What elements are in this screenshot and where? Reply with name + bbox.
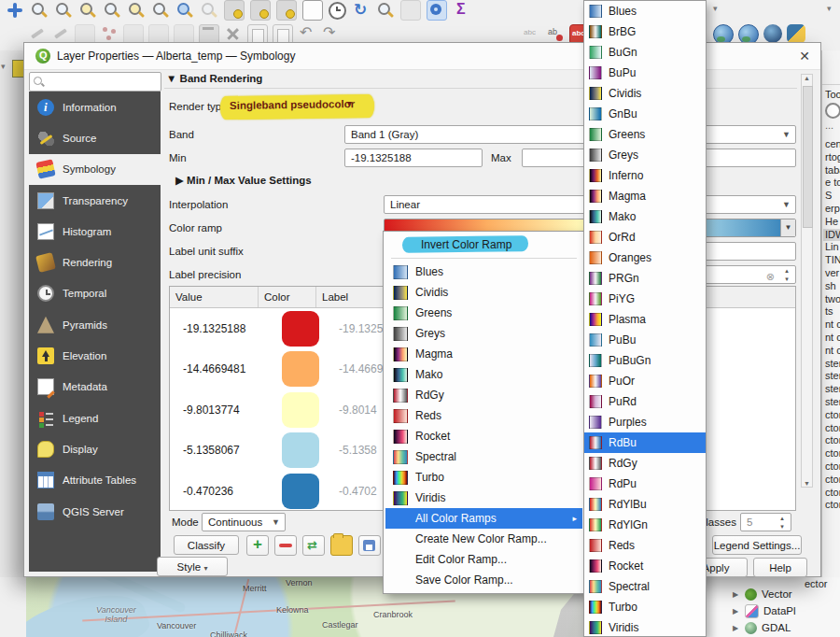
sidebar-item-temporal[interactable]: Temporal xyxy=(29,278,161,309)
toolbox-item-fragment[interactable]: ctor xyxy=(823,499,840,512)
panel-caret[interactable]: ▾ xyxy=(827,4,832,13)
ramp-option[interactable]: Inferno xyxy=(584,165,706,186)
add-class-button[interactable] xyxy=(246,535,269,556)
ramp-option[interactable]: PuOr xyxy=(584,371,706,391)
ramp-option[interactable]: RdYlBu xyxy=(584,494,706,515)
dialog-scrollbar[interactable]: ▲ ▼ xyxy=(801,74,813,488)
menu-item[interactable]: Reds ▸ xyxy=(385,405,582,426)
ramp-option[interactable]: Turbo xyxy=(584,597,706,617)
toolbox-item-fragment[interactable]: IDW xyxy=(823,229,840,242)
classify-button[interactable]: Classify xyxy=(174,535,239,555)
column-header-color[interactable]: Color xyxy=(259,287,316,307)
toolbox-item-fragment[interactable]: nt c xyxy=(823,345,840,358)
metasearch-globe-icon[interactable] xyxy=(763,24,782,43)
zoom-in-icon[interactable] xyxy=(30,1,49,20)
scroll-down-icon[interactable]: ▼ xyxy=(802,480,812,487)
sidebar-item-symbology[interactable]: Symbology xyxy=(29,154,161,185)
min-input[interactable]: -19.1325188 xyxy=(344,149,483,167)
toolbar-overflow-caret[interactable]: ▾ xyxy=(713,4,718,13)
expand-arrow-icon[interactable]: ▶ xyxy=(733,590,740,599)
layer-labeling-icon[interactable] xyxy=(523,24,541,43)
menu-item[interactable]: Viridis ▸ xyxy=(385,488,582,508)
class-color-swatch[interactable] xyxy=(282,392,319,428)
menu-item[interactable]: Invert Color Ramp ▸ xyxy=(385,234,582,255)
toolbox-item-fragment[interactable]: Lin xyxy=(823,241,840,254)
toolbox-item-fragment[interactable]: ster xyxy=(823,396,840,409)
column-header-value[interactable]: Value xyxy=(170,287,259,307)
search-input[interactable] xyxy=(29,72,161,92)
ramp-option[interactable]: PuRd xyxy=(584,391,706,412)
zoom-last-icon[interactable] xyxy=(175,1,194,20)
toolbox-item-fragment[interactable]: taba xyxy=(823,164,840,177)
toolbox-item-fragment[interactable]: ctor xyxy=(823,422,840,435)
color-ramp-dropdown-button[interactable]: ▼ xyxy=(780,219,795,236)
menu-item[interactable]: Turbo ▸ xyxy=(385,467,582,488)
toolbox-item-fragment[interactable]: sh xyxy=(823,280,840,293)
zoom-out-icon[interactable] xyxy=(54,1,73,20)
menu-item[interactable]: Greys ▸ xyxy=(385,323,582,344)
toolbox-item-fragment[interactable]: ver f xyxy=(823,267,840,280)
toolbox-item-fragment[interactable]: ster xyxy=(823,358,840,371)
toolbox-item-fragment[interactable]: e too xyxy=(823,177,840,190)
menu-item[interactable]: Edit Color Ramp... ▸ xyxy=(385,549,582,570)
menu-item[interactable]: Rocket ▸ xyxy=(385,426,582,446)
ramp-option[interactable]: RdYlGn xyxy=(584,515,706,535)
expand-arrow-icon[interactable]: ▶ xyxy=(733,607,740,616)
sidebar-item-information[interactable]: Information xyxy=(29,92,161,122)
ramp-option[interactable]: RdBu xyxy=(584,432,706,453)
toolbox-item-fragment[interactable]: erpo xyxy=(823,203,840,216)
menu-item[interactable]: Greens ▸ xyxy=(385,303,582,323)
legend-settings-button[interactable]: Legend Settings... xyxy=(712,535,802,555)
sidebar-item-qgis-server[interactable]: QGIS Server xyxy=(29,496,161,527)
ramp-option[interactable]: Mako xyxy=(584,206,706,227)
map-theme-icon[interactable] xyxy=(276,0,297,21)
processing-toolbox-icon[interactable] xyxy=(427,0,447,21)
remove-class-button[interactable] xyxy=(274,535,297,556)
ramp-option[interactable]: Magma xyxy=(584,186,706,206)
ramp-option[interactable]: Greys xyxy=(584,145,706,165)
spinbox-stepper[interactable]: ▴▾ xyxy=(776,514,789,531)
toolbox-item-fragment[interactable]: ctor xyxy=(823,409,840,422)
ramp-option[interactable]: Reds xyxy=(584,535,706,556)
help-button[interactable]: Help xyxy=(753,558,807,577)
menu-item[interactable]: Create New Color Ramp... ▸ xyxy=(385,529,582,549)
cut-features-icon[interactable] xyxy=(224,24,243,43)
statistical-summary-icon[interactable] xyxy=(453,1,471,20)
zoom-next-icon[interactable] xyxy=(200,1,218,20)
ramp-option[interactable]: OrRd xyxy=(584,227,706,248)
class-color-swatch[interactable] xyxy=(282,474,319,509)
sidebar-item-metadata[interactable]: Metadata xyxy=(29,372,161,403)
ramp-option[interactable]: Purples xyxy=(584,412,706,432)
toolbox-item-fragment[interactable]: ctor xyxy=(823,460,840,474)
history-clock-icon[interactable] xyxy=(825,103,840,119)
spatial-bookmark-icon[interactable] xyxy=(250,0,271,21)
menu-item[interactable]: Mako ▸ xyxy=(385,364,582,385)
toolbox-item-fragment[interactable]: ctor xyxy=(823,434,840,447)
toolbox-item-fragment[interactable]: rtog xyxy=(823,151,840,164)
ramp-option[interactable]: PRGn xyxy=(584,268,706,289)
style-dropdown-caret[interactable]: ▾ xyxy=(1,62,6,71)
sidebar-item-transparency[interactable]: Transparency xyxy=(29,185,161,216)
toolbox-item-fragment[interactable]: two xyxy=(823,293,840,306)
python-console-icon[interactable] xyxy=(787,24,805,43)
ramp-option[interactable]: BuPu xyxy=(584,63,706,83)
save-color-map-button[interactable] xyxy=(358,535,381,556)
zoom-to-selection-icon[interactable] xyxy=(127,1,146,20)
pin-labels-icon[interactable] xyxy=(546,24,565,43)
menu-item[interactable]: All Color Ramps ▸ xyxy=(385,508,582,529)
toolbox-item-fragment[interactable]: ctor xyxy=(823,487,840,500)
sidebar-item-attribute-tables[interactable]: Attribute Tables xyxy=(29,465,161,496)
toolbox-item-fragment[interactable]: ts xyxy=(823,305,840,318)
ramp-option[interactable]: BrBG xyxy=(584,21,706,42)
reload-classes-button[interactable] xyxy=(302,535,325,556)
ramp-option[interactable]: Blues xyxy=(584,1,706,21)
toolbox-item-fragment[interactable]: ctor xyxy=(823,474,840,487)
render-type-combo[interactable]: Singleband pseudocolor ▼ xyxy=(220,94,374,120)
zoom-full-extent-icon[interactable] xyxy=(78,1,97,20)
ramp-option[interactable]: RdGy xyxy=(584,453,706,474)
digitize-tool-icon[interactable] xyxy=(100,24,119,43)
scroll-up-icon[interactable]: ▲ xyxy=(802,75,812,81)
provider-vector[interactable]: ▶ Vector xyxy=(733,586,796,602)
load-color-map-button[interactable] xyxy=(330,535,353,556)
toolbox-item-fragment[interactable]: nt c xyxy=(823,318,840,332)
